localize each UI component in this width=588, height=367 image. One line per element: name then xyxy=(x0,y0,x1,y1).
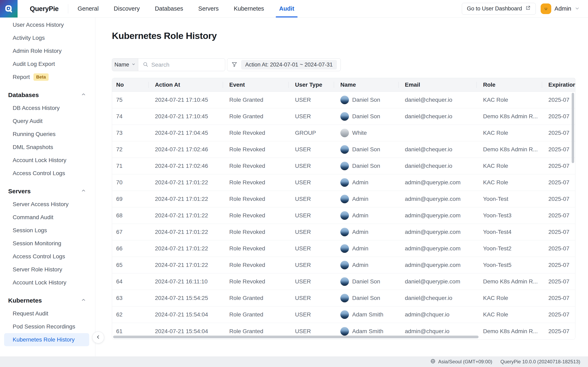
table-row[interactable]: 642024-07-21 16:11:10Role RevokedUSERDan… xyxy=(112,273,575,290)
sidebar-item-access-control-logs[interactable]: Access Control Logs xyxy=(4,250,89,263)
cell-expiration: 2025-07 xyxy=(542,163,575,169)
column-header-user-type: User Type xyxy=(288,82,334,88)
user-name-label: Adam Smith xyxy=(352,328,383,334)
sidebar-collapse-button[interactable] xyxy=(92,332,104,343)
cell-no: 72 xyxy=(112,146,148,153)
cell-role: KAC Role xyxy=(476,311,542,318)
cell-expiration: 2025-07 xyxy=(542,328,575,334)
sidebar-item-pod-session-recordings[interactable]: Pod Session Recordings xyxy=(4,320,89,333)
cell-user-type: USER xyxy=(288,179,334,186)
table-row[interactable]: 712024-07-21 17:02:46Role RevokedUSERDan… xyxy=(112,158,575,174)
sidebar-item-account-lock-history[interactable]: Account Lock History xyxy=(4,276,89,289)
table-row[interactable]: 622024-07-21 15:54:04Role GrantedUSERAda… xyxy=(112,307,575,323)
table-row[interactable]: 742024-07-21 17:10:45Role GrantedUSERDan… xyxy=(112,108,575,125)
sidebar-item-session-monitoring[interactable]: Session Monitoring xyxy=(4,237,89,250)
nav-item-discovery[interactable]: Discovery xyxy=(114,0,140,17)
table-row[interactable]: 692024-07-21 17:01:22Role RevokedUSERAdm… xyxy=(112,191,575,207)
table-row[interactable]: 662024-07-21 17:01:22Role RevokedUSERAdm… xyxy=(112,240,575,257)
date-filter-button[interactable]: Action At: 2024-07-01 ~ 2024-07-31 xyxy=(227,58,341,71)
cell-event: Role Revoked xyxy=(223,146,288,153)
cell-email: daniel@chequer.io xyxy=(398,163,476,169)
sidebar-item-query-audit[interactable]: Query Audit xyxy=(4,115,89,128)
cell-name: Daniel Son xyxy=(334,145,398,154)
sidebar-item-dml-snapshots[interactable]: DML Snapshots xyxy=(4,141,89,154)
cell-user-type: USER xyxy=(288,146,334,153)
user-avatar xyxy=(340,145,349,154)
sidebar-item-running-queries[interactable]: Running Queries xyxy=(4,128,89,141)
column-header-name: Name xyxy=(334,82,398,88)
cell-action-at: 2024-07-21 17:01:22 xyxy=(148,245,223,252)
table-row[interactable]: 632024-07-21 15:54:25Role GrantedUSERDan… xyxy=(112,290,575,307)
cell-no: 68 xyxy=(112,212,148,219)
table-row[interactable]: 652024-07-21 17:01:22Role RevokedUSERAdm… xyxy=(112,257,575,273)
user-name-label: White xyxy=(352,130,367,136)
timezone-label: Asia/Seoul (GMT+09:00) xyxy=(438,359,492,365)
table-row[interactable]: 682024-07-21 17:01:22Role RevokedUSERAdm… xyxy=(112,207,575,224)
sidebar-item-report[interactable]: ReportBeta xyxy=(4,71,89,83)
cell-no: 73 xyxy=(112,130,148,136)
search-field-selector[interactable]: Name xyxy=(112,58,138,71)
sidebar-item-server-role-history[interactable]: Server Role History xyxy=(4,263,89,276)
querypie-logo-icon[interactable] xyxy=(0,0,17,17)
cell-role: KAC Role xyxy=(476,163,542,169)
sidebar-item-account-lock-history[interactable]: Account Lock History xyxy=(4,154,89,167)
sidebar-section-kubernetes[interactable]: Kubernetes xyxy=(4,294,89,307)
nav-item-kubernetes[interactable]: Kubernetes xyxy=(234,0,264,17)
chevron-up-icon xyxy=(81,92,86,99)
cell-name: Admin xyxy=(334,211,398,220)
sidebar-item-label: Access Control Logs xyxy=(13,170,65,176)
sidebar-item-kubernetes-role-history[interactable]: Kubernetes Role History xyxy=(4,333,89,346)
table-row[interactable]: 722024-07-21 17:02:46Role RevokedUSERDan… xyxy=(112,141,575,158)
table-row[interactable]: 752024-07-21 17:10:45Role GrantedUSERDan… xyxy=(112,92,575,108)
sidebar-item-command-audit[interactable]: Command Audit xyxy=(4,211,89,224)
sidebar-item-db-access-history[interactable]: DB Access History xyxy=(4,101,89,115)
column-header-action-at: Action At xyxy=(148,82,223,88)
sidebar-item-access-control-logs[interactable]: Access Control Logs xyxy=(4,167,89,180)
go-to-user-dashboard-button[interactable]: Go to User Dashboard xyxy=(462,3,536,15)
table-row[interactable]: 732024-07-21 17:04:45Role RevokedGROUPWh… xyxy=(112,125,575,141)
search-input[interactable] xyxy=(151,62,225,68)
user-menu[interactable]: Admin xyxy=(541,3,580,14)
sidebar-item-label: Report xyxy=(13,74,30,80)
nav-item-audit[interactable]: Audit xyxy=(279,0,294,17)
sidebar-item-session-logs[interactable]: Session Logs xyxy=(4,224,89,237)
column-header-expiration: Expiration xyxy=(542,82,575,88)
user-name-label: Admin xyxy=(352,212,368,219)
nav-item-databases[interactable]: Databases xyxy=(155,0,183,17)
cell-user-type: USER xyxy=(288,229,334,235)
sidebar-item-audit-log-export[interactable]: Audit Log Export xyxy=(4,58,89,71)
sidebar-item-request-audit[interactable]: Request Audit xyxy=(4,307,89,320)
sidebar-item-user-access-history[interactable]: User Access History xyxy=(4,18,89,31)
cell-email: daniel@querypie.com xyxy=(398,278,476,285)
cell-name: White xyxy=(334,129,398,137)
globe-icon xyxy=(430,359,436,365)
nav-item-servers[interactable]: Servers xyxy=(198,0,219,17)
horizontal-scrollbar[interactable] xyxy=(113,336,479,338)
cell-email: admin@chquer.io xyxy=(398,311,476,318)
search-combo: Name xyxy=(112,58,225,71)
cell-role: KAC Role xyxy=(476,130,542,136)
cell-role: KAC Role xyxy=(476,97,542,103)
sidebar-item-admin-role-history[interactable]: Admin Role History xyxy=(4,44,89,58)
vertical-scrollbar[interactable] xyxy=(572,93,574,163)
sidebar-section-label: Servers xyxy=(8,188,31,195)
external-link-icon xyxy=(525,5,531,12)
sidebar-section-servers[interactable]: Servers xyxy=(4,185,89,198)
sidebar-section-databases[interactable]: Databases xyxy=(4,89,89,101)
cell-expiration: 2025-07 xyxy=(542,245,575,252)
cell-expiration: 2025-07 xyxy=(542,130,575,136)
cell-expiration: 2025-07 xyxy=(542,262,575,268)
cell-name: Adam Smith xyxy=(334,310,398,319)
user-avatar xyxy=(340,310,349,319)
table-row[interactable]: 702024-07-21 17:01:22Role RevokedUSERAdm… xyxy=(112,174,575,191)
cell-action-at: 2024-07-21 17:01:22 xyxy=(148,262,223,268)
table-row[interactable]: 672024-07-21 17:01:22Role RevokedUSERAdm… xyxy=(112,224,575,240)
cell-role: Demo K8s Admin R... xyxy=(476,278,542,285)
cell-user-type: USER xyxy=(288,196,334,202)
cell-email: admin@querypie.com xyxy=(398,196,476,202)
cell-user-type: GROUP xyxy=(288,130,334,136)
nav-item-general[interactable]: General xyxy=(78,0,99,17)
sidebar-item-activity-logs[interactable]: Activity Logs xyxy=(4,31,89,44)
sidebar-item-server-access-history[interactable]: Server Access History xyxy=(4,198,89,211)
cell-event: Role Granted xyxy=(223,113,288,120)
